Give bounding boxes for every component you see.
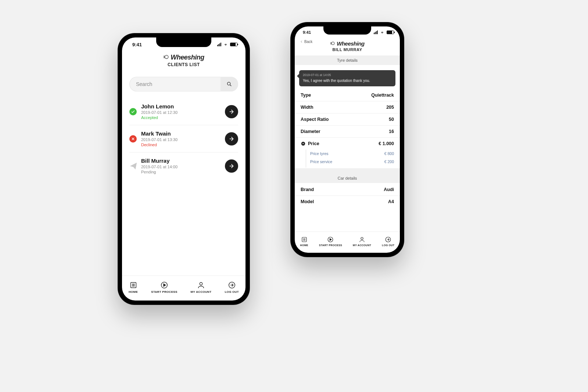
- brand-logo-icon: [330, 40, 335, 47]
- svg-point-4: [200, 282, 202, 285]
- row-val: Quiettrack: [371, 93, 394, 98]
- tab-home[interactable]: HOME: [300, 236, 308, 247]
- client-list: John Lemon 2019-07-01 at 12:30 Accepted …: [129, 98, 238, 179]
- row-val: A4: [388, 199, 394, 204]
- svg-point-1: [227, 82, 230, 85]
- row-brand: Brand Audi: [295, 184, 400, 196]
- home-icon: [129, 281, 137, 289]
- notch: [323, 26, 371, 35]
- status-icons: [217, 43, 237, 46]
- message-text: Yes, I agree with the quotation thank yo…: [303, 78, 392, 83]
- paper-plane-icon: [129, 162, 137, 170]
- row-model: Model A4: [295, 196, 400, 208]
- client-date: 2019-07-01 at 13:30: [141, 137, 225, 142]
- row-aspect-ratio: Aspect Ratio 50: [295, 114, 400, 126]
- client-row[interactable]: Bill Murray 2019-07-01 at 14:00 Pending: [129, 152, 238, 179]
- check-circle-icon: [129, 108, 137, 115]
- row-val: € 1.000: [379, 141, 394, 146]
- logout-icon: [385, 236, 391, 243]
- arrow-right-icon: [229, 109, 234, 115]
- chevron-left-icon: [300, 40, 303, 43]
- phone-right: 9:41 Back Wheeshing BILL MURRAY Tyre det…: [290, 22, 404, 257]
- tab-bar: HOME START PROCESS MY ACCOUNT LOG OUT: [122, 276, 245, 301]
- row-type: Type Quiettrack: [295, 89, 400, 101]
- arrow-right-icon: [229, 136, 234, 142]
- client-row[interactable]: Mark Twain 2019-07-01 at 13:30 Declined: [129, 125, 238, 152]
- row-key: Aspect Ratio: [301, 117, 329, 122]
- cellular-icon: [374, 30, 378, 34]
- logout-icon: [228, 281, 236, 289]
- client-name: Bill Murray: [141, 158, 225, 164]
- tab-my-account[interactable]: MY ACCOUNT: [353, 236, 371, 247]
- open-client-button[interactable]: [225, 132, 238, 145]
- tab-log-out[interactable]: LOG OUT: [225, 281, 239, 294]
- row-key: Price: [301, 141, 319, 146]
- svg-point-7: [301, 142, 305, 146]
- tab-label: HOME: [129, 290, 138, 294]
- battery-icon: [387, 30, 394, 34]
- back-label: Back: [304, 40, 312, 44]
- tab-home[interactable]: HOME: [129, 281, 138, 294]
- tab-start-process[interactable]: START PROCESS: [151, 281, 177, 294]
- row-val: 50: [389, 117, 394, 122]
- tab-label: START PROCESS: [151, 290, 177, 294]
- row-key: Price service: [310, 159, 332, 164]
- section-title-car: Car details: [295, 173, 400, 183]
- search-bar: [129, 77, 238, 91]
- cellular-icon: [217, 43, 221, 46]
- svg-point-6: [331, 42, 334, 45]
- row-diameter: Diameter 16: [295, 126, 400, 138]
- row-price[interactable]: Price € 1.000: [295, 138, 400, 150]
- row-key: Brand: [301, 187, 314, 192]
- back-button[interactable]: Back: [300, 40, 312, 44]
- tab-label: LOG OUT: [225, 290, 239, 294]
- page-title: CLIENTS LIST: [122, 62, 245, 67]
- client-date: 2019-07-01 at 12:30: [141, 110, 225, 115]
- play-circle-icon: [160, 281, 168, 289]
- client-status: Accepted: [141, 115, 225, 120]
- row-key: Width: [301, 105, 313, 110]
- client-info: John Lemon 2019-07-01 at 12:30 Accepted: [141, 103, 225, 120]
- phone-left: 9:41 Wheeshing CLIENTS LIST: [118, 33, 250, 305]
- brand: Wheeshing: [122, 54, 245, 61]
- home-icon: [301, 236, 308, 243]
- svg-point-0: [165, 55, 168, 58]
- play-circle-icon: [327, 236, 334, 243]
- client-status: Declined: [141, 143, 225, 147]
- notch: [156, 37, 211, 47]
- page-title: BILL MURRAY: [295, 47, 400, 52]
- client-status: Pending: [141, 170, 225, 174]
- client-name: John Lemon: [141, 103, 225, 109]
- client-row[interactable]: John Lemon 2019-07-01 at 12:30 Accepted: [129, 98, 238, 125]
- client-info: Bill Murray 2019-07-01 at 14:00 Pending: [141, 158, 225, 174]
- brand-logo-icon: [163, 54, 169, 61]
- search-icon: [226, 81, 232, 87]
- status-time: 9:41: [132, 42, 142, 47]
- row-key-text: Price: [308, 141, 319, 146]
- client-name: Mark Twain: [141, 130, 225, 137]
- client-date: 2019-07-01 at 14:00: [141, 165, 225, 169]
- content: Tyre details 2019-07-01 at 14:05 Yes, I …: [295, 55, 400, 231]
- car-details-list: Brand Audi Model A4: [295, 183, 400, 208]
- tab-start-process[interactable]: START PROCESS: [319, 236, 342, 247]
- user-icon: [197, 281, 205, 289]
- row-key: Type: [301, 93, 311, 98]
- x-circle-icon: [129, 135, 137, 143]
- row-val: € 200: [384, 159, 394, 164]
- screen-left: 9:41 Wheeshing CLIENTS LIST: [122, 37, 245, 301]
- row-key: Model: [301, 199, 314, 204]
- row-val: 205: [386, 105, 394, 110]
- arrow-right-icon: [229, 163, 234, 169]
- open-client-button[interactable]: [225, 159, 238, 173]
- row-val: Audi: [384, 187, 394, 192]
- open-client-button[interactable]: [225, 105, 238, 118]
- tab-my-account[interactable]: MY ACCOUNT: [191, 281, 212, 294]
- search-input[interactable]: [129, 77, 220, 91]
- content: John Lemon 2019-07-01 at 12:30 Accepted …: [122, 71, 245, 276]
- status-time: 9:41: [303, 30, 311, 35]
- wifi-icon: [380, 30, 385, 34]
- search-button[interactable]: [220, 77, 238, 91]
- tab-log-out[interactable]: LOG OUT: [382, 236, 394, 247]
- chat-message: 2019-07-01 at 14:05 Yes, I agree with th…: [299, 70, 395, 86]
- svg-point-10: [361, 237, 363, 240]
